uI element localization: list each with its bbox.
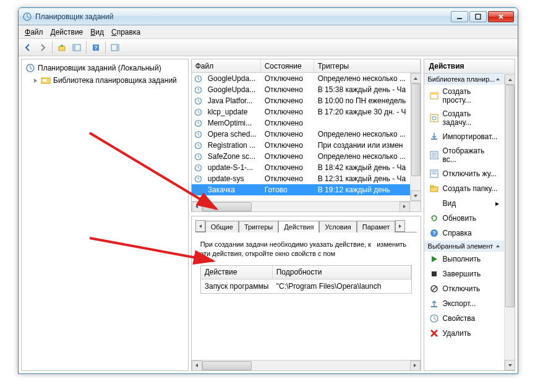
tab-bar: Общие Триггеры Действия Условия Парамет	[192, 216, 421, 232]
action-view[interactable]: Вид▸	[424, 196, 504, 211]
menu-help[interactable]: Справка	[108, 27, 144, 38]
section-label: Выбранный элемент	[428, 242, 494, 250]
panel-button[interactable]	[70, 41, 83, 54]
action-import[interactable]: Импортироват...	[424, 129, 504, 144]
svg-rect-32	[430, 185, 434, 187]
menu-action[interactable]: Действие	[47, 27, 87, 38]
action-help[interactable]: ?Справка	[424, 226, 504, 241]
tab-actions[interactable]: Действия	[278, 221, 319, 232]
cell-trigger: В 10:00 по ПН еженедель	[314, 96, 410, 105]
action-stop[interactable]: Завершить	[424, 266, 504, 281]
col-triggers[interactable]: Триггеры	[314, 59, 421, 72]
scroll-right-button[interactable]	[410, 360, 421, 371]
action-label: Создать папку...	[443, 184, 498, 193]
cell-trigger: Определено несколько ...	[314, 74, 410, 83]
scroll-thumb[interactable]	[411, 83, 421, 176]
cell-state: Отключено	[261, 74, 314, 83]
cell-file: update-S-1-...	[204, 163, 261, 172]
maximize-button[interactable]	[469, 11, 487, 22]
task-row[interactable]: update-S-1-...ОтключеноВ 18:42 каждый де…	[192, 162, 410, 173]
cell-state: Готово	[261, 185, 314, 194]
action-export[interactable]: Экспорт...	[424, 296, 504, 311]
scroll-thumb[interactable]	[505, 85, 515, 307]
cell-trigger: В 19:12 каждый день	[314, 185, 410, 194]
cell-state: Отключено	[261, 85, 314, 94]
cell-state: Отключено	[261, 174, 314, 183]
app-window: Планировщик заданий Файл Действие Вид Сп…	[18, 7, 518, 374]
action-folder[interactable]: Создать папку...	[424, 181, 504, 196]
section-label: Библиотека планир...	[428, 75, 495, 83]
scroll-up-button[interactable]	[411, 73, 421, 83]
tree-child[interactable]: Библиотека планировщика заданий	[24, 74, 186, 87]
task-row[interactable]: klcp_updateОтключеноВ 17:20 каждые 30 дн…	[192, 106, 410, 117]
task-row[interactable]: Registration ...ОтключеноПри создании ил…	[192, 140, 410, 151]
tab-general[interactable]: Общие	[205, 221, 239, 232]
minimize-button[interactable]	[451, 11, 468, 22]
col-detail[interactable]: Подробности	[273, 266, 411, 279]
titlebar[interactable]: Планировщик заданий	[19, 8, 518, 25]
tab-body: При создании задачи необходимо указать д…	[195, 232, 417, 367]
action-wizard[interactable]: Создать просту...	[424, 85, 504, 107]
scroll-left-button[interactable]	[192, 360, 202, 371]
tab-scroll-left[interactable]	[195, 220, 205, 232]
actions-section-library[interactable]: Библиотека планир...	[424, 74, 504, 85]
forward-button[interactable]	[36, 41, 49, 54]
svg-rect-3	[59, 46, 65, 51]
hscroll-thumb[interactable]	[202, 202, 252, 211]
action-label: Экспорт...	[443, 299, 476, 308]
task-list-body[interactable]: GoogleUpda...ОтключеноОпределено несколь…	[192, 73, 421, 201]
task-row[interactable]: GoogleUpda...ОтключеноВ 15:38 каждый ден…	[192, 84, 410, 95]
help-button[interactable]: ?	[89, 41, 103, 54]
menu-view[interactable]: Вид	[87, 27, 108, 38]
action-props[interactable]: Свойства	[424, 311, 504, 326]
panel2-button[interactable]	[108, 41, 122, 54]
task-row[interactable]: update-sysОтключеноВ 12:31 каждый день -…	[192, 173, 410, 184]
tab-triggers[interactable]: Триггеры	[239, 221, 278, 232]
back-button[interactable]	[21, 41, 35, 54]
scroll-left-button[interactable]	[192, 202, 202, 212]
scroll-up-button[interactable]	[505, 74, 515, 85]
actions-section-selected[interactable]: Выбранный элемент	[424, 241, 504, 252]
expand-icon[interactable]	[33, 78, 38, 83]
col-state[interactable]: Состояние	[261, 59, 314, 72]
col-file[interactable]: Файл	[192, 59, 261, 72]
scroll-right-button[interactable]	[400, 202, 410, 212]
help-icon: ?	[429, 228, 439, 238]
up-button[interactable]	[55, 41, 69, 54]
actions-table-header: Действие Подробности	[201, 266, 411, 279]
tab-scroll-right[interactable]	[395, 220, 405, 232]
close-button[interactable]	[488, 11, 514, 22]
details-horizontal-scrollbar[interactable]	[192, 360, 421, 370]
action-run[interactable]: Выполнить	[424, 252, 504, 266]
svg-text:?: ?	[94, 45, 98, 51]
actions-vertical-scrollbar[interactable]	[504, 74, 515, 370]
center-panel: Файл Состояние Триггеры GoogleUpda...Отк…	[191, 59, 421, 371]
tree-root-label: Планировщик заданий (Локальный)	[38, 64, 161, 72]
action-list[interactable]: Отображать вс...	[424, 144, 504, 166]
actions-table-row[interactable]: Запуск программы "C:\Program Files\Opera…	[201, 279, 411, 293]
tree-root[interactable]: Планировщик заданий (Локальный)	[24, 62, 186, 74]
scroll-down-button[interactable]	[505, 360, 515, 370]
task-row[interactable]: ЗакачкаГотовоВ 19:12 каждый день	[192, 184, 410, 195]
action-disable-log[interactable]: Отключить жу...	[424, 166, 504, 181]
col-action[interactable]: Действие	[201, 266, 273, 279]
hscroll-thumb[interactable]	[202, 361, 252, 370]
action-task[interactable]: Создать задачу...	[424, 107, 504, 129]
action-label: Импортироват...	[443, 132, 498, 141]
tab-params[interactable]: Парамет	[357, 221, 396, 232]
task-row[interactable]: SafeZone sc...ОтключеноОпределено нескол…	[192, 151, 410, 162]
task-vertical-scrollbar[interactable]	[410, 73, 421, 201]
scroll-down-button[interactable]	[411, 190, 421, 201]
task-horizontal-scrollbar[interactable]	[192, 201, 421, 211]
action-delete[interactable]: Удалить	[424, 326, 504, 341]
tab-conditions[interactable]: Условия	[319, 221, 356, 232]
action-disable[interactable]: Отключить	[424, 281, 504, 296]
task-row[interactable]: MemOptimi...Отключено	[192, 117, 410, 129]
action-refresh[interactable]: Обновить	[424, 211, 504, 226]
task-list-header: Файл Состояние Триггеры	[192, 59, 421, 73]
task-row[interactable]: Opera sched...ОтключеноОпределено нескол…	[192, 129, 410, 140]
menu-file[interactable]: Файл	[21, 27, 47, 38]
task-row[interactable]: Java Platfor...ОтключеноВ 10:00 по ПН еж…	[192, 95, 410, 106]
task-row[interactable]: GoogleUpda...ОтключеноОпределено несколь…	[192, 73, 410, 84]
import-icon	[429, 132, 439, 142]
